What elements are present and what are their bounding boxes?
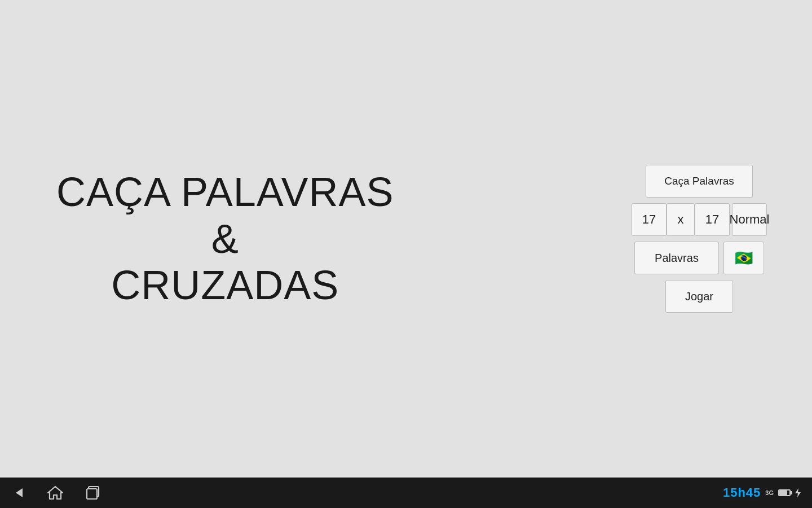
title-line1: CAÇA PALAVRAS [56, 169, 394, 216]
jogar-button[interactable]: Jogar [665, 280, 733, 313]
svg-marker-1 [48, 487, 63, 499]
main-content: CAÇA PALAVRAS & CRUZADAS Caça Palavras 1… [0, 0, 812, 478]
svg-marker-4 [795, 488, 801, 497]
back-button[interactable] [11, 486, 25, 500]
palavras-button[interactable]: Palavras [634, 242, 719, 274]
controls-section: Caça Palavras 17 x 17 Normal Palavras 🇧🇷… [632, 165, 767, 313]
brazil-flag-icon: 🇧🇷 [735, 251, 753, 265]
charging-icon [795, 488, 801, 497]
words-lang-row: Palavras 🇧🇷 [634, 242, 764, 274]
home-button[interactable] [47, 485, 63, 500]
title-line3: CRUZADAS [56, 262, 394, 309]
recents-icon [86, 485, 100, 500]
caca-palavras-button[interactable]: Caça Palavras [646, 165, 753, 198]
nav-buttons [11, 485, 100, 500]
svg-marker-0 [16, 488, 23, 497]
svg-rect-3 [87, 489, 97, 499]
battery-icon [778, 489, 791, 496]
grid-size-right-button[interactable]: 17 [695, 203, 730, 236]
grid-size-left-button[interactable]: 17 [632, 203, 667, 236]
difficulty-button[interactable]: Normal [732, 203, 767, 236]
app-title: CAÇA PALAVRAS & CRUZADAS [56, 169, 394, 309]
signal-indicator: 3G [765, 489, 774, 496]
home-icon [47, 485, 63, 500]
clock-display: 15h45 [723, 485, 761, 500]
flag-button[interactable]: 🇧🇷 [723, 242, 764, 274]
battery-fill [779, 491, 787, 495]
title-section: CAÇA PALAVRAS & CRUZADAS [56, 169, 394, 309]
bottom-bar: 15h45 3G [0, 478, 812, 508]
status-right: 15h45 3G [723, 485, 801, 500]
back-icon [11, 486, 25, 500]
title-line2: & [56, 216, 394, 262]
recents-button[interactable] [86, 485, 100, 500]
size-controls-row: 17 x 17 Normal [632, 203, 767, 236]
grid-separator-button[interactable]: x [667, 203, 695, 236]
